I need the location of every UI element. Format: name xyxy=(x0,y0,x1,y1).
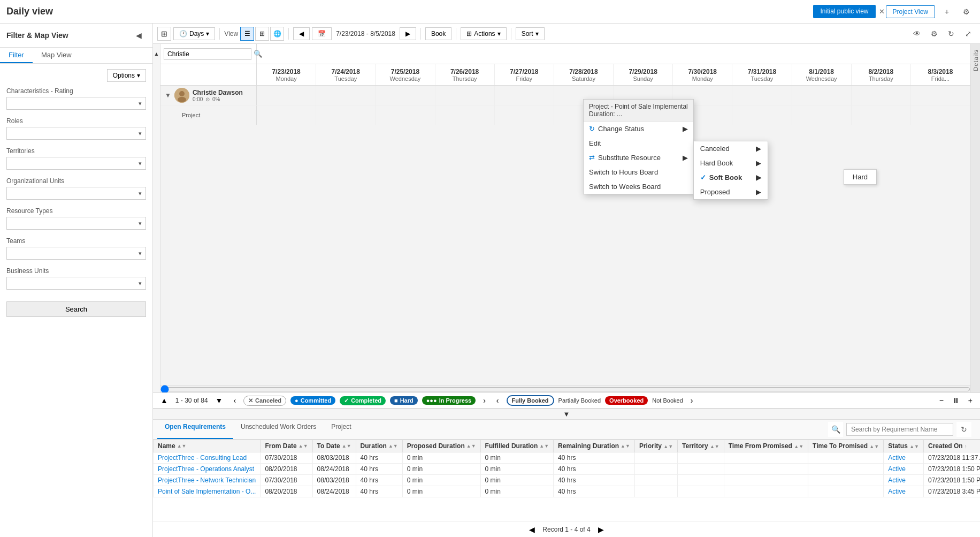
filter-label-characteristics: Characteristics - Rating xyxy=(6,87,146,95)
cal-day-8: 7/31/2018 Tuesday xyxy=(732,64,792,85)
tab-open-requirements[interactable]: Open Requirements xyxy=(157,420,233,439)
table-row: Point of Sale Implementation - O... 08/2… xyxy=(154,486,981,497)
tab-initial-public-view[interactable]: Initial public view xyxy=(813,5,875,18)
row1-status-link[interactable]: Active xyxy=(888,465,906,473)
h-scrollbar[interactable] xyxy=(160,385,970,392)
sep4 xyxy=(456,28,456,40)
next-page-btn[interactable]: › xyxy=(480,395,489,406)
expand-all-btn[interactable]: ▲ xyxy=(153,44,160,63)
sidebar-tab-mapview[interactable]: Map View xyxy=(33,48,80,63)
resource-info: Christie Dawson 0:00 ⊙ 0% xyxy=(193,89,252,102)
grid-toggle-btn[interactable]: ▼ xyxy=(153,409,980,419)
project-day-10 xyxy=(852,105,911,125)
row2-name-link[interactable]: ProjectThree - Network Technician xyxy=(158,477,256,484)
grid-icon-btn[interactable]: ⊞ xyxy=(157,27,171,41)
pause-btn[interactable]: ⏸ xyxy=(949,395,963,406)
list-view-btn[interactable]: ☰ xyxy=(240,27,254,41)
col-duration[interactable]: Duration ▲▼ xyxy=(356,440,402,452)
cal-picker-btn[interactable]: 📅 xyxy=(312,27,332,40)
next-booking-btn[interactable]: › xyxy=(687,395,696,406)
row0-name-link[interactable]: ProjectThree - Consulting Lead xyxy=(158,454,247,462)
row3-status-link[interactable]: Active xyxy=(888,488,906,495)
col-priority[interactable]: Priority ▲▼ xyxy=(634,440,677,452)
filter-select-wrap-teams xyxy=(6,247,146,260)
resource-name-cell: ▼ Christie xyxy=(160,86,257,105)
row2-time-to xyxy=(808,475,884,486)
search-button[interactable]: Search xyxy=(6,301,146,317)
eye-icon-btn[interactable]: 👁 xyxy=(909,26,924,41)
tab-project-view[interactable]: Project View xyxy=(886,5,935,18)
prev-booking-btn[interactable]: ‹ xyxy=(493,395,502,406)
filter-row-roles: Roles xyxy=(6,117,146,140)
sidebar-tab-filter[interactable]: Filter xyxy=(0,48,33,63)
filter-select-resource-types[interactable] xyxy=(6,217,146,230)
refresh-icon-btn[interactable]: ↻ xyxy=(944,26,959,41)
main-layout: Filter & Map View ◀ Filter Map View Opti… xyxy=(0,24,980,537)
options-button[interactable]: Options ▾ xyxy=(107,69,146,82)
check-icon: ✓ xyxy=(344,397,349,404)
filter-select-territories[interactable] xyxy=(6,157,146,170)
filter-row-territories: Territories xyxy=(6,147,146,170)
row2-status-link[interactable]: Active xyxy=(888,477,906,484)
book-btn[interactable]: Book xyxy=(425,27,451,40)
add-tab-button[interactable]: + xyxy=(939,4,954,19)
filter-row-business-units: Business Units xyxy=(6,267,146,290)
filter-select-teams[interactable] xyxy=(6,247,146,260)
svg-point-2 xyxy=(178,97,186,102)
grid-search-icon-btn[interactable]: 🔍 xyxy=(828,422,843,437)
filter-select-wrap-business-units xyxy=(6,277,146,290)
col-name[interactable]: Name ▲▼ xyxy=(154,440,261,452)
filter-select-org-units[interactable] xyxy=(6,187,146,200)
h-scroll-input[interactable] xyxy=(160,385,970,392)
col-created-on[interactable]: Created On ↑ xyxy=(924,440,980,452)
row1-name-link[interactable]: ProjectThree - Operations Analyst xyxy=(158,465,254,473)
row3-name-link[interactable]: Point of Sale Implementation - O... xyxy=(158,488,256,495)
grid-search-input[interactable] xyxy=(846,423,953,436)
sort-btn[interactable]: Sort ▾ xyxy=(516,27,545,40)
days-btn[interactable]: 🕐 Days ▾ xyxy=(173,27,215,40)
fullscreen-icon-btn[interactable]: ⤢ xyxy=(961,26,976,41)
prev-date-btn[interactable]: ◀ xyxy=(293,27,310,40)
sidebar-collapse-btn[interactable]: ◀ xyxy=(131,28,146,43)
globe-view-btn[interactable]: 🌐 xyxy=(270,27,284,41)
tab-unscheduled-work-orders[interactable]: Unscheduled Work Orders xyxy=(233,420,324,439)
col-fulfilled-duration[interactable]: Fulfilled Duration ▲▼ xyxy=(480,440,554,452)
sort-icon8: ▲▼ xyxy=(663,444,673,449)
col-time-from-promised[interactable]: Time From Promised ▲▼ xyxy=(724,440,808,452)
filter-select-roles[interactable] xyxy=(6,127,146,140)
col-from-date[interactable]: From Date ▲▼ xyxy=(261,440,312,452)
tab-project[interactable]: Project xyxy=(324,420,358,439)
resource-search-input[interactable] xyxy=(164,48,251,60)
zoom-in-btn[interactable]: + xyxy=(965,395,976,406)
pagination-next-btn[interactable]: ▶ xyxy=(595,524,607,535)
row1-duration: 40 hrs xyxy=(356,464,402,475)
resource-expand-btn[interactable]: ▼ xyxy=(165,92,171,99)
resource-search-btn[interactable]: 🔍 xyxy=(254,50,263,58)
grid-refresh-btn[interactable]: ↻ xyxy=(956,422,971,437)
row0-status-link[interactable]: Active xyxy=(888,454,906,462)
table-view-btn[interactable]: ⊞ xyxy=(255,27,269,41)
col-remaining-duration[interactable]: Remaining Duration ▲▼ xyxy=(554,440,635,452)
col-to-date[interactable]: To Date ▲▼ xyxy=(312,440,356,452)
pagination-prev-btn[interactable]: ◀ xyxy=(526,524,538,535)
row2-remaining: 40 hrs xyxy=(554,475,635,486)
filter-select-characteristics[interactable] xyxy=(6,97,146,110)
right-panel-tab[interactable]: Details xyxy=(970,44,980,392)
settings-icon-btn[interactable]: ⚙ xyxy=(927,26,941,41)
collapse-all-nav-btn[interactable]: ▼ xyxy=(212,395,226,406)
actions-btn[interactable]: ⊞ Actions ▾ xyxy=(461,27,506,40)
col-territory[interactable]: Territory ▲▼ xyxy=(678,440,724,452)
expand-all-nav-btn[interactable]: ▲ xyxy=(157,395,171,406)
prev-page-btn[interactable]: ‹ xyxy=(230,395,239,406)
close-tab-icon[interactable]: ✕ xyxy=(879,7,885,16)
filter-content: Options ▾ Characteristics - Rating Roles xyxy=(0,64,152,537)
col-status[interactable]: Status ▲▼ xyxy=(884,440,924,452)
settings-button[interactable]: ⚙ xyxy=(959,4,974,19)
requirements-table: Name ▲▼ From Date ▲▼ xyxy=(153,440,980,497)
cal-day-7: 7/30/2018 Monday xyxy=(673,64,732,85)
filter-select-business-units[interactable] xyxy=(6,277,146,290)
col-time-to-promised[interactable]: Time To Promised ▲▼ xyxy=(808,440,884,452)
next-date-btn[interactable]: ▶ xyxy=(400,27,416,40)
zoom-out-btn[interactable]: − xyxy=(936,395,947,406)
col-proposed-duration[interactable]: Proposed Duration ▲▼ xyxy=(402,440,480,452)
